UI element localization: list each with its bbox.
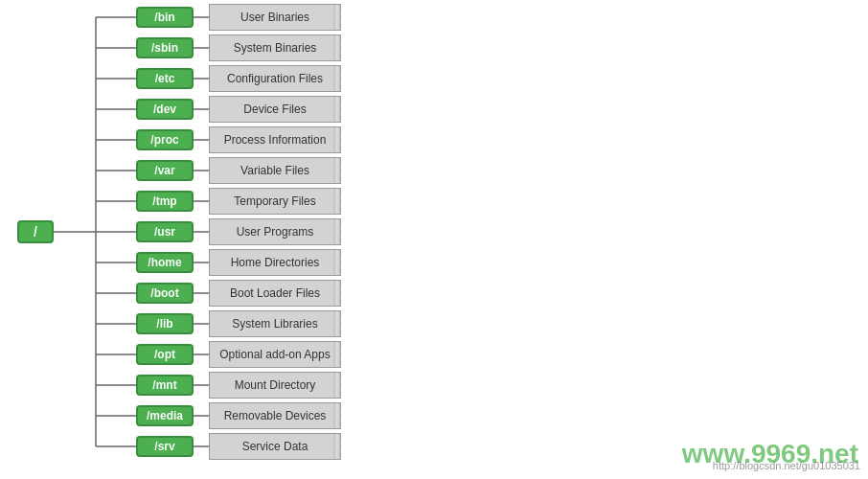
dir-node-proc: /proc [136,129,194,150]
desc-box-opt: Optional add-on Apps [209,341,341,368]
dir-node-sbin: /sbin [136,37,194,58]
dir-node-bin: /bin [136,7,194,28]
dir-node-usr: /usr [136,221,194,242]
desc-box-media: Removable Devices [209,402,341,429]
dir-node-mnt: /mnt [136,375,194,396]
desc-box-boot: Boot Loader Files [209,280,341,307]
desc-box-sbin: System Binaries [209,34,341,61]
desc-box-proc: Process Information [209,126,341,153]
desc-box-lib: System Libraries [209,310,341,337]
dir-node-boot: /boot [136,283,194,304]
diagram-container: / www.9969.net http://blogcsdn.net/gu010… [0,0,868,479]
dir-node-home: /home [136,252,194,273]
dir-node-etc: /etc [136,68,194,89]
dir-node-var: /var [136,160,194,181]
dir-node-opt: /opt [136,344,194,365]
watermark2: http://blogcsdn.net/gu01035031 [713,460,860,471]
dir-node-lib: /lib [136,313,194,334]
desc-box-home: Home Directories [209,249,341,276]
desc-box-bin: User Binaries [209,4,341,31]
desc-box-var: Variable Files [209,157,341,184]
dir-node-media: /media [136,405,194,426]
desc-box-etc: Configuration Files [209,65,341,92]
dir-node-srv: /srv [136,436,194,457]
root-node: / [17,220,54,243]
desc-box-srv: Service Data [209,433,341,460]
desc-box-usr: User Programs [209,218,341,245]
dir-node-tmp: /tmp [136,191,194,212]
tree-lines [0,0,868,479]
dir-node-dev: /dev [136,99,194,120]
desc-box-dev: Device Files [209,96,341,123]
desc-box-tmp: Temporary Files [209,188,341,215]
desc-box-mnt: Mount Directory [209,372,341,399]
